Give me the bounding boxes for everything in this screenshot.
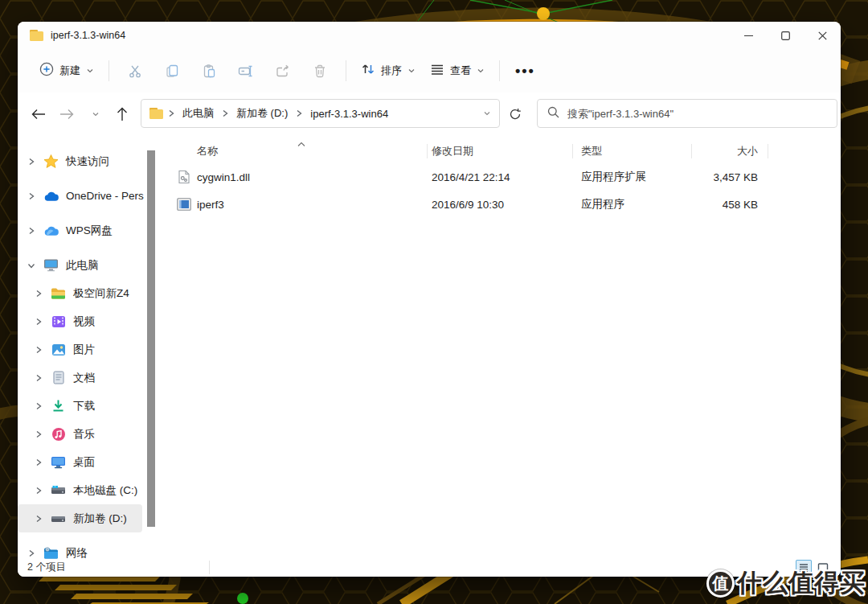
sidebar-item-this-pc[interactable]: 此电脑 [18, 251, 142, 279]
search-box[interactable] [537, 99, 837, 128]
chevron-right-icon[interactable] [26, 191, 37, 201]
column-separator[interactable] [768, 144, 768, 158]
view-button[interactable]: 查看 [423, 56, 492, 85]
new-button[interactable]: 新建 [32, 56, 101, 85]
sidebar-item-label: 视频 [73, 314, 95, 329]
folder-icon [30, 30, 43, 41]
file-name-cell[interactable]: iperf3 [178, 191, 425, 218]
chevron-right-icon[interactable] [33, 401, 44, 411]
sidebar-item-downloads[interactable]: 下载 [18, 392, 142, 420]
forward-button[interactable] [58, 105, 76, 123]
chevron-right-icon[interactable] [26, 157, 37, 166]
sidebar-item-quick-access[interactable]: 快速访问 [18, 147, 142, 175]
sidebar-item-label: 图片 [73, 343, 95, 357]
rename-button[interactable] [231, 57, 261, 84]
chevron-right-icon[interactable] [33, 514, 44, 524]
sidebar: 快速访问OneDrive - PersWPS网盘此电脑极空间新Z4视频图片文档下… [18, 134, 159, 559]
status-divider [209, 561, 210, 574]
up-button[interactable] [113, 105, 131, 123]
delete-button[interactable] [305, 57, 335, 84]
minimize-button[interactable] [730, 22, 767, 49]
column-header-type[interactable]: 类型 [572, 139, 688, 163]
app-file-icon [177, 197, 191, 212]
scrollbar-thumb[interactable] [147, 150, 155, 527]
search-icon [547, 106, 559, 121]
chevron-right-icon[interactable] [33, 289, 44, 298]
videos-icon [51, 314, 66, 329]
new-button-label: 新建 [59, 64, 80, 78]
cut-button[interactable] [120, 57, 150, 84]
column-header-size[interactable]: 大小 [691, 139, 768, 163]
chevron-right-icon[interactable] [33, 486, 44, 495]
sidebar-item-disk-d[interactable]: 新加卷 (D:) [18, 504, 142, 532]
close-button[interactable] [804, 22, 841, 49]
chevron-right-icon[interactable] [33, 317, 44, 327]
sidebar-item-pictures[interactable]: 图片 [18, 335, 142, 364]
refresh-button[interactable] [506, 105, 525, 124]
sidebar-item-label: 下载 [73, 399, 95, 413]
file-type-cell: 应用程序扩展 [572, 163, 688, 191]
sidebar-item-videos[interactable]: 视频 [18, 307, 142, 335]
folder-icon [149, 108, 163, 119]
onedrive-cloud-icon [43, 188, 59, 203]
smzdm-logo-icon: 值 [706, 569, 735, 598]
share-button[interactable] [268, 57, 298, 84]
search-input[interactable] [567, 108, 827, 120]
sidebar-item-label: 网络 [66, 546, 88, 560]
sidebar-item-onedrive[interactable]: OneDrive - Pers [18, 182, 142, 210]
sidebar-item-desktop[interactable]: 桌面 [18, 448, 142, 476]
chevron-right-icon[interactable] [33, 345, 44, 355]
nas-folder-icon [51, 286, 66, 301]
column-separator[interactable] [572, 144, 573, 158]
sort-button-label: 排序 [381, 64, 402, 78]
sidebar-item-network[interactable]: 网络 [18, 539, 142, 559]
chevron-right-icon[interactable] [26, 226, 37, 236]
sidebar-item-label: 文档 [73, 371, 95, 385]
sidebar-item-label: 音乐 [73, 427, 95, 442]
more-options-button[interactable]: ••• [507, 67, 543, 75]
breadcrumb-iperf-folder[interactable]: iperf-3.1.3-win64 [307, 105, 391, 122]
sidebar-item-disk-c[interactable]: 本地磁盘 (C:) [18, 476, 142, 504]
recent-locations-chevron[interactable] [87, 105, 104, 123]
breadcrumb-this-pc[interactable]: 此电脑 [179, 104, 217, 123]
file-list-pane[interactable]: 名称修改日期类型大小 cygwin1.dll2016/4/21 22:14应用程… [159, 134, 841, 559]
sidebar-item-zspace-z4[interactable]: 极空间新Z4 [18, 279, 142, 307]
paste-button[interactable] [194, 57, 224, 84]
title-bar[interactable]: iperf-3.1.3-win64 [18, 22, 841, 49]
sort-button[interactable]: 排序 [354, 56, 423, 85]
file-size-cell: 3,457 KB [691, 163, 768, 191]
column-separator[interactable] [427, 144, 428, 158]
file-row[interactable]: iperf32016/6/9 10:30应用程序458 KB [159, 191, 841, 218]
column-header-modified[interactable]: 修改日期 [427, 139, 568, 163]
chevron-right-icon[interactable] [33, 458, 44, 467]
star-icon [43, 154, 59, 169]
address-dropdown-chevron[interactable] [483, 109, 491, 117]
sidebar-item-documents[interactable]: 文档 [18, 364, 142, 392]
chevron-right-icon[interactable] [33, 373, 44, 383]
sidebar-item-label: 快速访问 [66, 154, 109, 169]
maximize-button[interactable] [767, 22, 804, 49]
copy-button[interactable] [157, 57, 187, 84]
address-bar[interactable]: 此电脑新加卷 (D:)iperf-3.1.3-win64 [141, 99, 500, 128]
circle-plus-icon [39, 62, 54, 80]
chevron-down-icon[interactable] [26, 261, 37, 270]
explorer-window: iperf-3.1.3-win64 新建 [18, 22, 841, 577]
chevron-down-icon [407, 64, 416, 78]
column-separator[interactable] [691, 144, 692, 158]
chevron-right-icon[interactable] [33, 429, 44, 439]
sidebar-item-label: OneDrive - Pers [66, 190, 144, 202]
file-name-cell[interactable]: cygwin1.dll [178, 163, 425, 191]
sidebar-item-music[interactable]: 音乐 [18, 420, 142, 448]
sidebar-item-wps-drive[interactable]: WPS网盘 [18, 216, 142, 244]
breadcrumb-separator-icon [166, 109, 176, 118]
back-button[interactable] [30, 105, 47, 123]
file-row[interactable]: cygwin1.dll2016/4/21 22:14应用程序扩展3,457 KB [159, 163, 841, 191]
dll-file-icon [177, 170, 191, 184]
sidebar-scrollbar[interactable] [147, 149, 156, 554]
chevron-right-icon[interactable] [26, 549, 37, 558]
breadcrumb-volume-d[interactable]: 新加卷 (D:) [233, 104, 291, 123]
toolbar-divider [499, 60, 500, 81]
file-name-label: cygwin1.dll [197, 171, 250, 183]
sidebar-item-label: 极空间新Z4 [73, 286, 129, 301]
toolbar-divider [346, 60, 346, 81]
